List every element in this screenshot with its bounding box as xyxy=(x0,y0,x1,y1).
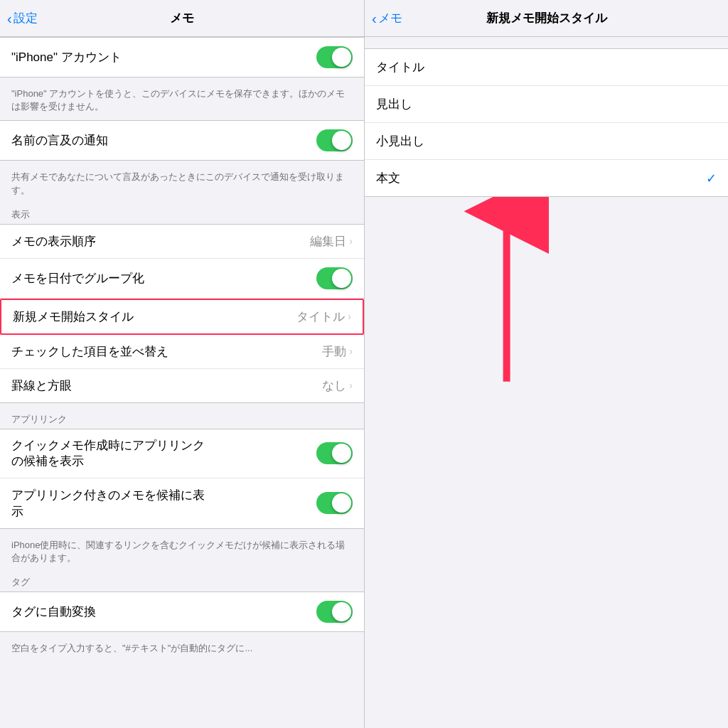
choice-label-title: タイトル xyxy=(376,59,424,75)
display-section-label: 表示 xyxy=(0,204,364,224)
memo-with-link-toggle[interactable] xyxy=(316,492,353,514)
app-links-section-label: アプリリンク xyxy=(0,409,364,429)
sort-checked-value: 手動 xyxy=(322,343,346,360)
right-nav-title: 新規メモ開始スタイル xyxy=(486,10,607,26)
right-panel: ‹ メモ 新規メモ開始スタイル タイトル 見出し 小見出し 本文 ✓ xyxy=(364,0,728,728)
sort-order-chevron-icon: › xyxy=(349,235,353,247)
choice-row-heading[interactable]: 見出し xyxy=(365,86,728,123)
arrow-annotation xyxy=(365,197,728,410)
sort-order-value: 編集日 xyxy=(310,233,346,250)
mention-row[interactable]: 名前の言及の通知 xyxy=(0,121,364,160)
iphone-account-description: "iPhone" アカウントを使うと、このデバイスにメモを保存できます。ほかのメ… xyxy=(0,83,364,120)
lines-value: なし xyxy=(322,378,346,394)
choice-group: タイトル 見出し 小見出し 本文 ✓ xyxy=(365,48,728,197)
lines-chevron-icon: › xyxy=(349,380,353,391)
quick-memo-row[interactable]: クイックメモ作成時にアプリリンクの候補を表示 xyxy=(0,429,364,478)
iphone-account-row[interactable]: "iPhone" アカウント xyxy=(0,38,364,77)
new-note-style-row[interactable]: 新規メモ開始スタイル タイトル › xyxy=(0,299,364,335)
choice-label-subheading: 小見出し xyxy=(376,133,424,149)
tags-group: タグに自動変換 xyxy=(0,592,364,632)
left-nav-title: メモ xyxy=(170,10,194,26)
group-by-date-label: メモを日付でグループ化 xyxy=(11,270,316,287)
auto-tag-label: タグに自動変換 xyxy=(11,604,316,620)
choice-label-heading: 見出し xyxy=(376,96,412,112)
choice-row-subheading[interactable]: 小見出し xyxy=(365,123,728,160)
group-by-date-row[interactable]: メモを日付でグループ化 xyxy=(0,259,364,299)
choice-label-body: 本文 xyxy=(376,170,400,186)
memo-with-link-label: アプリリンク付きのメモを候補に表示 xyxy=(11,487,210,520)
quick-memo-toggle[interactable] xyxy=(316,442,353,464)
left-nav-bar: ‹ 設定 メモ xyxy=(0,0,364,37)
iphone-account-toggle[interactable] xyxy=(316,46,353,68)
tags-section-label: タグ xyxy=(0,572,364,592)
new-note-style-value: タイトル xyxy=(296,309,345,325)
mention-group: 名前の言及の通知 xyxy=(0,120,364,161)
lines-row[interactable]: 罫線と方眼 なし › xyxy=(0,369,364,402)
iphone-account-label: "iPhone" アカウント xyxy=(11,49,316,65)
right-back-label: メモ xyxy=(378,10,402,26)
choice-row-body[interactable]: 本文 ✓ xyxy=(365,160,728,196)
auto-tag-description: 空白をタイプ入力すると、"#テキスト"が自動的にタグに... xyxy=(0,638,364,662)
new-note-style-chevron-icon: › xyxy=(348,311,351,322)
new-note-style-label: 新規メモ開始スタイル xyxy=(13,309,296,325)
right-nav-bar: ‹ メモ 新規メモ開始スタイル xyxy=(365,0,728,37)
selected-checkmark-icon: ✓ xyxy=(706,171,717,186)
right-back-chevron-icon: ‹ xyxy=(372,11,377,26)
lines-label: 罫線と方眼 xyxy=(11,378,322,394)
mention-description: 共有メモであなたについて言及があったときにこのデバイスで通知を受け取ります。 xyxy=(0,166,364,203)
choice-row-title[interactable]: タイトル xyxy=(365,49,728,86)
iphone-account-group: "iPhone" アカウント xyxy=(0,37,364,77)
sort-checked-label: チェックした項目を並べ替え xyxy=(11,343,322,360)
quick-memo-label: クイックメモ作成時にアプリリンクの候補を表示 xyxy=(11,438,210,469)
auto-tag-toggle[interactable] xyxy=(316,601,353,623)
left-panel: ‹ 設定 メモ "iPhone" アカウント "iPhone" アカウントを使う… xyxy=(0,0,364,728)
back-chevron-icon: ‹ xyxy=(7,11,12,26)
annotation-arrow-svg xyxy=(365,197,728,410)
mention-label: 名前の言及の通知 xyxy=(11,132,316,149)
display-group: メモの表示順序 編集日 › メモを日付でグループ化 新規メモ開始スタイル タイト… xyxy=(0,224,364,403)
right-back-button[interactable]: ‹ メモ xyxy=(372,10,402,26)
sort-order-label: メモの表示順序 xyxy=(11,233,310,250)
app-links-group: クイックメモ作成時にアプリリンクの候補を表示 アプリリンク付きのメモを候補に表示 xyxy=(0,429,364,529)
sort-checked-row[interactable]: チェックした項目を並べ替え 手動 › xyxy=(0,335,364,369)
auto-tag-row[interactable]: タグに自動変換 xyxy=(0,592,364,631)
svg-marker-2 xyxy=(489,197,525,222)
mention-toggle[interactable] xyxy=(316,129,353,151)
sort-order-row[interactable]: メモの表示順序 編集日 › xyxy=(0,225,364,259)
left-settings-content: "iPhone" アカウント "iPhone" アカウントを使うと、このデバイス… xyxy=(0,37,364,728)
sort-checked-chevron-icon: › xyxy=(349,346,353,357)
group-by-date-toggle[interactable] xyxy=(316,267,353,289)
right-settings-content: タイトル 見出し 小見出し 本文 ✓ xyxy=(365,37,728,728)
app-links-description: iPhone使用時に、関連するリンクを含むクイックメモだけが候補に表示される場合… xyxy=(0,535,364,572)
back-label: 設定 xyxy=(14,10,38,26)
back-button[interactable]: ‹ 設定 xyxy=(7,10,38,26)
memo-with-link-row[interactable]: アプリリンク付きのメモを候補に表示 xyxy=(0,478,364,528)
